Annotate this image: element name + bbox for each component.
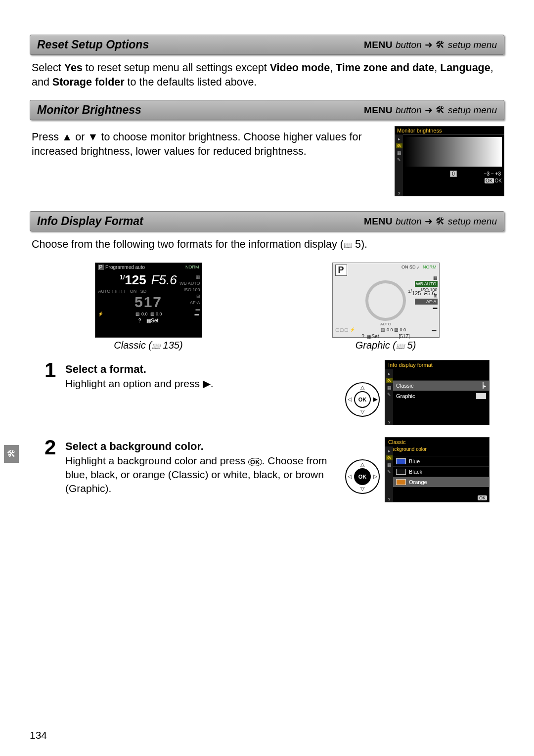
- side-tab-icon: 🛠: [4, 445, 19, 463]
- ss-title: Monitor brightness: [395, 127, 504, 135]
- breadcrumb-brightness: MENU button ➜ 🛠 setup menu: [364, 104, 497, 116]
- wrench-icon: 🛠: [436, 40, 445, 50]
- book-icon: [396, 340, 404, 351]
- brightness-body: Press ▲ or ▼ to choose monitor brightnes…: [32, 130, 383, 158]
- ok-badge: OK: [478, 495, 487, 500]
- info-intro: Choose from the following two formats fo…: [32, 237, 502, 252]
- wrench-icon: 🛠: [436, 216, 445, 227]
- step-number: 2: [44, 437, 61, 458]
- breadcrumb-reset: MENU button ➜ 🛠 setup menu: [364, 39, 497, 50]
- breadcrumb-info: MENU button ➜ 🛠 setup menu: [364, 216, 497, 227]
- left-triangle-icon: ◁: [348, 473, 352, 480]
- reset-body: Select Yes to reset setup menu all setti…: [32, 61, 502, 89]
- multi-selector-icon: △ ▽ ◁ ▷ OK: [345, 459, 380, 494]
- ok-inline-icon: OK: [248, 458, 262, 466]
- ss-sidebar: ▸🛠▦✎?: [385, 369, 393, 425]
- ok-ring: OK: [354, 391, 371, 408]
- menu-label: MENU: [364, 40, 393, 50]
- down-triangle-icon: ▽: [360, 408, 364, 415]
- format-examples: P Programmed auto NORM 1/125 F5.6 ▦ WB A…: [30, 263, 504, 351]
- menu-item-classic[interactable]: Classic ▸: [393, 380, 489, 391]
- step-title: Select a format.: [65, 363, 341, 376]
- button-word: button: [396, 40, 422, 50]
- graphic-format-screenshot: P ON SD ♪ NORM ▦ WB AUTO ISO 100 ⊞ AF-A …: [332, 263, 440, 338]
- ss-sidebar: ▸🛠▦✎?: [395, 134, 403, 196]
- arrow-icon: ➜: [425, 39, 433, 50]
- brightness-screenshot: Monitor brightness ▸🛠▦✎? 0 −3 − +3 OKOK: [395, 126, 504, 196]
- bg-color-menu-screenshot: Classic Background color ▸🛠▦✎? Blue Blac…: [385, 437, 490, 502]
- info-format-menu-screenshot: Info display format ▸🛠▦✎? Classic ▸ Grap…: [385, 360, 490, 425]
- menu-item-blue[interactable]: Blue: [393, 456, 489, 466]
- ss-sidebar: ▸🛠▦✎?: [385, 446, 393, 502]
- wrench-icon: 🛠: [436, 105, 445, 116]
- ok-ring-active: OK: [354, 468, 371, 485]
- step-text: Highlight an option and press ▶.: [65, 377, 341, 391]
- aperture-ring-icon: [365, 280, 406, 321]
- gradient-chart: [403, 135, 504, 169]
- brightness-scale: 0 −3 − +3: [403, 169, 504, 178]
- classic-format-screenshot: P Programmed auto NORM 1/125 F5.6 ▦ WB A…: [95, 263, 202, 338]
- right-triangle-icon: ▷: [373, 473, 377, 480]
- menu-item-orange[interactable]: Orange: [393, 477, 489, 487]
- section-header-reset: Reset Setup Options MENU button ➜ 🛠 setu…: [30, 35, 504, 55]
- step-1: 1 Select a format. Highlight an option a…: [44, 360, 490, 425]
- chevron-right-icon: ▸: [484, 383, 486, 389]
- question-icon: ?: [361, 334, 364, 339]
- multi-selector-icon: △ ▽ ◁ ▶ OK: [345, 382, 380, 417]
- menu-item-black[interactable]: Black: [393, 466, 489, 477]
- ok-badge: OK: [485, 178, 493, 183]
- arrow-icon: ➜: [425, 104, 433, 116]
- step-number: 1: [44, 360, 61, 381]
- setup-menu-label: setup menu: [448, 40, 497, 50]
- up-triangle-icon: △: [360, 461, 364, 468]
- arrow-icon: ➜: [425, 216, 433, 227]
- right-triangle-icon: ▶: [373, 396, 377, 402]
- down-triangle-icon: ▽: [360, 486, 364, 492]
- step-2: 2 Select a background color. Highlight a…: [44, 437, 490, 502]
- book-icon: [152, 340, 160, 351]
- step-title: Select a background color.: [65, 440, 341, 453]
- section-title: Info Display Format: [37, 215, 143, 228]
- step-text: Highlight a background color and press O…: [65, 454, 341, 496]
- page-number: 134: [30, 729, 47, 741]
- up-triangle-icon: △: [360, 384, 364, 391]
- question-icon: ?: [138, 318, 141, 323]
- section-title: Reset Setup Options: [37, 38, 149, 51]
- menu-item-graphic[interactable]: Graphic: [393, 391, 489, 401]
- section-header-brightness: Monitor Brightness MENU button ➜ 🛠 setup…: [30, 100, 504, 120]
- book-icon: [344, 238, 352, 250]
- section-title: Monitor Brightness: [37, 103, 141, 117]
- graphic-label: Graphic ( 5): [332, 340, 440, 351]
- classic-label: Classic ( 135): [95, 340, 202, 351]
- section-header-info: Info Display Format MENU button ➜ 🛠 setu…: [30, 211, 504, 231]
- left-triangle-icon: ◁: [348, 396, 352, 402]
